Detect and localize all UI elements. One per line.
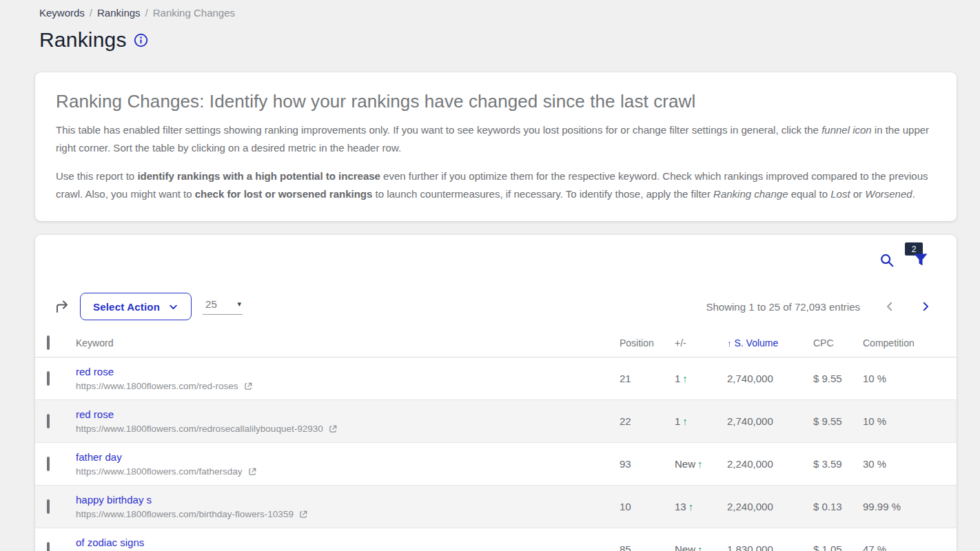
header-keyword[interactable]: Keyword xyxy=(76,337,620,349)
change-value: New xyxy=(675,543,695,551)
row-checkbox[interactable] xyxy=(47,542,50,551)
position-value: 21 xyxy=(620,373,675,384)
volume-value: 2,240,000 xyxy=(727,458,813,470)
external-link-icon[interactable] xyxy=(298,510,308,519)
rank-up-icon: ↑ xyxy=(682,373,688,384)
search-icon[interactable] xyxy=(879,253,895,268)
row-checkbox[interactable] xyxy=(47,457,50,471)
competition-value: 30 % xyxy=(863,458,957,470)
external-link-icon[interactable] xyxy=(243,382,253,391)
header-position[interactable]: Position xyxy=(620,337,675,349)
text-segment-italic: Ranking change xyxy=(713,188,788,200)
text-segment: . xyxy=(912,188,915,200)
sort-ascending-icon: ↑ xyxy=(727,338,732,349)
header-cpc[interactable]: CPC xyxy=(813,337,863,349)
breadcrumb-rankings[interactable]: Rankings xyxy=(97,7,141,19)
rank-up-icon: ↑ xyxy=(688,501,694,512)
change-value: 13 xyxy=(675,501,686,512)
cpc-value: $ 1.05 xyxy=(813,543,863,551)
row-checkbox[interactable] xyxy=(47,371,50,386)
rankings-table: Keyword Position +/- ↑S. Volume CPC Comp… xyxy=(35,329,957,551)
keyword-url: https://www.1800flowers.com/redrosecalla… xyxy=(76,424,323,434)
volume-value: 2,740,000 xyxy=(727,373,813,384)
select-action-label: Select Action xyxy=(93,301,160,313)
filter-funnel-icon[interactable]: 2 xyxy=(912,251,929,268)
cpc-value: $ 0.13 xyxy=(813,501,863,512)
breadcrumb-keywords[interactable]: Keywords xyxy=(39,7,85,19)
page-size-value: 25 xyxy=(205,298,217,310)
rank-up-icon: ↑ xyxy=(682,415,688,427)
cpc-value: $ 9.55 xyxy=(813,415,863,427)
intro-paragraph-2: Use this report to identify rankings wit… xyxy=(56,167,936,203)
text-segment: or xyxy=(850,188,866,200)
row-checkbox[interactable] xyxy=(47,499,50,514)
table-toolbar: Select Action 25 ▾ Showing 1 to 25 of 72… xyxy=(35,293,957,320)
keyword-link[interactable]: red rose xyxy=(76,366,114,377)
cpc-value: $ 9.55 xyxy=(813,373,863,384)
caret-down-icon: ▾ xyxy=(238,300,242,309)
header-s-volume-label: S. Volume xyxy=(735,337,779,349)
select-all-checkbox[interactable] xyxy=(47,335,50,350)
text-segment: to launch countermeasures, if necessary.… xyxy=(372,188,713,200)
page-title: Rankings xyxy=(39,28,127,52)
intro-card: Ranking Changes: Identify how your ranki… xyxy=(35,72,957,221)
info-icon[interactable] xyxy=(134,33,148,48)
competition-value: 99.99 % xyxy=(863,501,957,512)
text-segment-italic: funnel icon xyxy=(821,124,872,136)
volume-value: 1,830,000 xyxy=(727,543,813,551)
export-icon[interactable] xyxy=(53,298,71,315)
page: Keywords / Rankings / Ranking Changes Ra… xyxy=(0,0,957,551)
header-change[interactable]: +/- xyxy=(675,337,727,349)
select-action-button[interactable]: Select Action xyxy=(80,293,192,320)
competition-value: 10 % xyxy=(863,415,957,427)
text-segment: This table has enabled filter settings s… xyxy=(56,124,821,136)
breadcrumb-separator: / xyxy=(90,7,92,19)
table-row: happy birthday s https://www.1800flowers… xyxy=(35,486,957,528)
rank-up-icon: ↑ xyxy=(697,458,703,470)
keyword-link[interactable]: red rose xyxy=(76,408,114,420)
competition-value: 47 % xyxy=(863,543,957,551)
pagination-next-icon[interactable] xyxy=(919,300,932,313)
text-segment: equal to xyxy=(788,188,830,200)
showing-entries-text: Showing 1 to 25 of 72,093 entries xyxy=(706,301,861,313)
change-value: New xyxy=(675,458,695,470)
keyword-link[interactable]: of zodiac signs xyxy=(76,537,144,548)
text-segment-bold: check for lost or worsened rankings xyxy=(195,188,373,200)
chevron-down-icon xyxy=(168,302,178,312)
cpc-value: $ 3.59 xyxy=(813,458,863,470)
rank-up-icon: ↑ xyxy=(697,543,703,551)
external-link-icon[interactable] xyxy=(247,467,257,477)
text-segment-italic: Lost xyxy=(830,188,850,200)
pagination-prev-icon[interactable] xyxy=(884,300,896,313)
intro-heading: Ranking Changes: Identify how your ranki… xyxy=(56,91,936,112)
text-segment-italic: Worsened xyxy=(865,188,912,200)
header-competition[interactable]: Competition xyxy=(863,337,957,349)
position-value: 85 xyxy=(620,543,675,551)
keyword-link[interactable]: happy birthday s xyxy=(76,494,152,506)
text-segment-bold: identify rankings with a high potential … xyxy=(137,170,380,182)
volume-value: 2,240,000 xyxy=(727,501,813,512)
table-row: father day https://www.1800flowers.com/f… xyxy=(35,443,957,486)
intro-paragraph-1: This table has enabled filter settings s… xyxy=(56,121,936,157)
text-segment: Use this report to xyxy=(56,170,137,182)
external-link-icon[interactable] xyxy=(328,424,338,434)
competition-value: 10 % xyxy=(863,373,957,384)
keyword-url: https://www.1800flowers.com/birthday-flo… xyxy=(76,509,294,519)
keyword-url: https://www.1800flowers.com/fathersday xyxy=(76,466,243,477)
table-header-row: Keyword Position +/- ↑S. Volume CPC Comp… xyxy=(35,329,957,357)
breadcrumb-separator: / xyxy=(145,7,148,19)
breadcrumb: Keywords / Rankings / Ranking Changes xyxy=(39,7,957,19)
breadcrumb-ranking-changes: Ranking Changes xyxy=(153,7,235,19)
change-value: 1 xyxy=(675,373,680,384)
row-checkbox[interactable] xyxy=(47,414,50,428)
keyword-url: https://www.1800flowers.com/red-roses xyxy=(76,381,238,391)
table-row: red rose https://www.1800flowers.com/red… xyxy=(35,357,957,400)
header-s-volume[interactable]: ↑S. Volume xyxy=(727,337,813,349)
table-row: of zodiac signs https://www.1800flowers.… xyxy=(35,528,957,551)
page-size-select[interactable]: 25 ▾ xyxy=(203,298,243,315)
position-value: 22 xyxy=(620,415,675,427)
change-value: 1 xyxy=(675,415,680,427)
table-row: red rose https://www.1800flowers.com/red… xyxy=(35,400,957,443)
volume-value: 2,740,000 xyxy=(727,415,813,427)
keyword-link[interactable]: father day xyxy=(76,451,122,463)
